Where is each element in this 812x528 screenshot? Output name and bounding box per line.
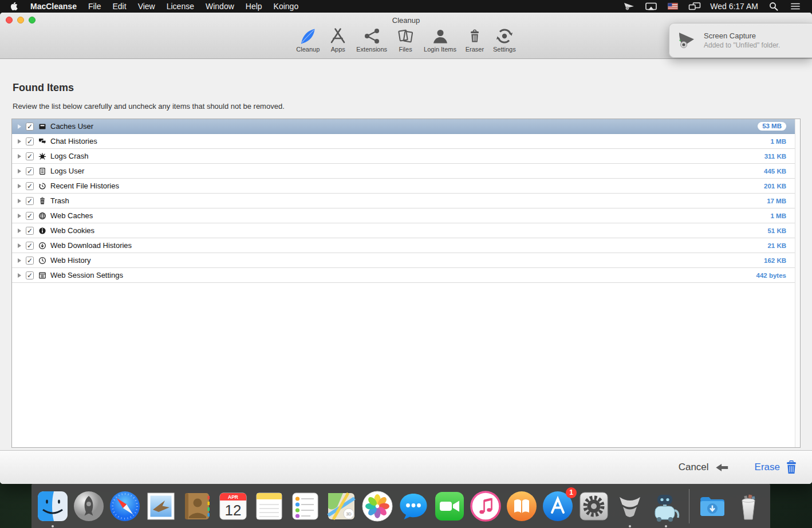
maccleanse-window: Cleanup Cleanup Apps Extensions Files Lo… <box>0 13 812 484</box>
dock-itunes[interactable] <box>469 490 502 523</box>
row-size: 1 MB <box>771 212 786 219</box>
menu-file[interactable]: File <box>82 0 107 13</box>
toolbar-extensions[interactable]: Extensions <box>356 27 387 53</box>
menu-items: File Edit View License Window Help Koing… <box>82 0 304 13</box>
dock-safari[interactable] <box>108 490 141 523</box>
dock-notes[interactable] <box>253 490 286 523</box>
spotlight-icon[interactable] <box>763 0 785 13</box>
row-caches-user[interactable]: ✓ Caches User 53 MB <box>12 119 800 134</box>
input-source-us-flag-icon[interactable] <box>662 0 684 13</box>
disclosure-triangle-icon[interactable] <box>18 228 21 233</box>
menu-clock[interactable]: Wed 6:17 AM <box>705 0 763 13</box>
row-checkbox[interactable]: ✓ <box>26 182 34 190</box>
row-label: Web Caches <box>50 211 771 220</box>
row-checkbox[interactable]: ✓ <box>26 197 34 205</box>
row-label: Logs Crash <box>50 152 764 160</box>
row-recent-file-histories[interactable]: ✓ Recent File Histories 201 KB <box>12 179 800 194</box>
dock-photos[interactable] <box>361 490 394 523</box>
scrollbar-track[interactable] <box>795 119 800 447</box>
row-checkbox[interactable]: ✓ <box>26 212 34 220</box>
dock-messages[interactable] <box>397 490 430 523</box>
screen-capture-icon <box>676 30 697 51</box>
menu-koingo[interactable]: Koingo <box>268 0 305 13</box>
menu-edit[interactable]: Edit <box>107 0 132 13</box>
row-checkbox[interactable]: ✓ <box>26 242 34 250</box>
dock-divider[interactable] <box>689 489 689 523</box>
notification-banner[interactable]: Screen Capture Added to "Unfiled" folder… <box>669 23 812 58</box>
screen-capture-menu-icon[interactable] <box>618 0 640 13</box>
row-checkbox[interactable]: ✓ <box>26 123 34 131</box>
row-checkbox[interactable]: ✓ <box>26 152 34 160</box>
disclosure-triangle-icon[interactable] <box>18 199 21 203</box>
row-trash[interactable]: ✓ Trash 17 MB <box>12 194 800 208</box>
app-menu-title[interactable]: MacCleanse <box>25 2 82 11</box>
displays-menu-icon[interactable] <box>684 0 705 13</box>
dock-gray-utility[interactable] <box>613 490 647 523</box>
row-size: 1 MB <box>771 138 786 145</box>
dock-system-preferences[interactable] <box>577 490 610 523</box>
close-button[interactable] <box>6 17 13 23</box>
dock: 1 <box>31 484 770 528</box>
row-label: Chat Histories <box>50 137 771 145</box>
disclosure-triangle-icon[interactable] <box>18 273 21 278</box>
zoom-button[interactable] <box>29 17 36 23</box>
row-web-history[interactable]: ✓ Web History 162 KB <box>12 253 800 268</box>
row-checkbox[interactable]: ✓ <box>26 271 34 279</box>
dock-mail[interactable] <box>144 490 178 523</box>
minimize-button[interactable] <box>17 17 24 23</box>
row-web-session-settings[interactable]: ✓ Web Session Settings 442 bytes <box>12 268 800 283</box>
disclosure-triangle-icon[interactable] <box>18 214 21 218</box>
row-chat-histories[interactable]: ✓ Chat Histories 1 MB <box>12 134 800 149</box>
menu-window[interactable]: Window <box>200 0 240 13</box>
toolbar-settings[interactable]: Settings <box>493 27 516 53</box>
row-web-download-histories[interactable]: ✓ Web Download Histories 21 KB <box>12 238 800 253</box>
row-checkbox[interactable]: ✓ <box>26 227 34 235</box>
disclosure-triangle-icon[interactable] <box>18 154 21 159</box>
dock-launchpad[interactable] <box>72 490 105 523</box>
dock-maps[interactable] <box>325 490 358 523</box>
menu-view[interactable]: View <box>132 0 161 13</box>
row-label: Web History <box>50 256 764 265</box>
toolbar-apps[interactable]: Apps <box>328 27 348 53</box>
disclosure-triangle-icon[interactable] <box>18 243 21 248</box>
disclosure-triangle-icon[interactable] <box>18 139 21 144</box>
notification-center-icon[interactable] <box>785 0 806 13</box>
row-logs-crash[interactable]: ✓ Logs Crash 311 KB <box>12 149 800 164</box>
footer-bar: Cancel Erase <box>0 450 812 484</box>
toolbar-eraser[interactable]: Eraser <box>465 27 484 53</box>
disclosure-triangle-icon[interactable] <box>18 124 21 129</box>
menu-help[interactable]: Help <box>240 0 268 13</box>
display-mirroring-icon[interactable] <box>640 0 662 13</box>
dock-reminders[interactable] <box>289 490 322 523</box>
row-size: 17 MB <box>767 198 786 204</box>
toolbar-cleanup[interactable]: Cleanup <box>296 27 320 53</box>
toolbar-files[interactable]: Files <box>396 27 415 53</box>
disclosure-triangle-icon[interactable] <box>18 258 21 263</box>
row-label: Trash <box>50 196 767 205</box>
notification-body: Added to "Unfiled" folder. <box>704 41 780 49</box>
dock-contacts[interactable] <box>180 490 214 523</box>
cancel-button[interactable]: Cancel <box>679 462 730 473</box>
dock-ibooks[interactable] <box>505 490 538 523</box>
menu-license[interactable]: License <box>161 0 200 13</box>
dock-appstore[interactable]: 1 <box>541 490 574 523</box>
row-label: Caches User <box>50 122 758 131</box>
row-logs-user[interactable]: ✓ Logs User 445 KB <box>12 164 800 179</box>
row-checkbox[interactable]: ✓ <box>26 137 34 145</box>
row-web-cookies[interactable]: ✓ Web Cookies 51 KB <box>12 223 800 238</box>
dock-finder[interactable] <box>36 490 69 523</box>
row-checkbox[interactable]: ✓ <box>26 167 34 175</box>
toolbar-login-items[interactable]: Login Items <box>424 27 456 53</box>
row-size: 21 KB <box>767 242 786 249</box>
dock-calendar[interactable] <box>216 490 250 523</box>
dock-maccleanse-robot[interactable] <box>649 490 683 523</box>
dock-facetime[interactable] <box>433 490 466 523</box>
dock-trash[interactable] <box>732 490 765 523</box>
disclosure-triangle-icon[interactable] <box>18 184 21 188</box>
dock-downloads[interactable] <box>696 490 729 523</box>
apple-menu[interactable] <box>0 0 25 13</box>
disclosure-triangle-icon[interactable] <box>18 169 21 174</box>
erase-button[interactable]: Erase <box>755 460 797 474</box>
row-web-caches[interactable]: ✓ Web Caches 1 MB <box>12 208 800 223</box>
row-checkbox[interactable]: ✓ <box>26 257 34 265</box>
